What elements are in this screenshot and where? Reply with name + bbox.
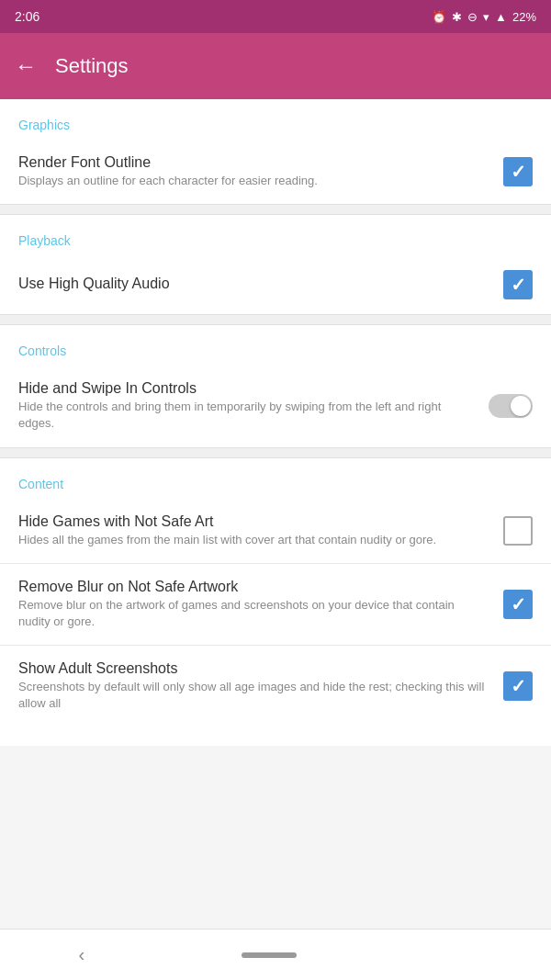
- status-time: 2:06: [15, 9, 39, 24]
- setting-title-hide-swipe: Hide and Swipe In Controls: [18, 380, 474, 397]
- section-header-content: Content: [0, 458, 551, 499]
- divider-3: [0, 447, 551, 458]
- section-playback: Playback Use High Quality Audio: [0, 215, 551, 314]
- wifi-icon: ▾: [483, 10, 489, 24]
- signal-icon: ▲: [495, 10, 507, 24]
- nav-bar: ‹: [0, 929, 551, 980]
- bluetooth-icon: ✱: [452, 10, 462, 24]
- setting-title-render-font-outline: Render Font Outline: [18, 154, 489, 171]
- setting-desc-remove-blur: Remove blur on the artwork of games and …: [18, 597, 489, 630]
- setting-desc-render-font-outline: Displays an outline for each character f…: [18, 173, 489, 189]
- section-header-controls: Controls: [0, 325, 551, 366]
- nav-home-pill[interactable]: [242, 952, 297, 958]
- divider-2: [0, 314, 551, 325]
- checkbox-render-font-outline[interactable]: [503, 157, 533, 186]
- setting-title-hide-games-nsfw: Hide Games with Not Safe Art: [18, 513, 489, 530]
- status-bar: 2:06 ⏰ ✱ ⊖ ▾ ▲ 22%: [0, 0, 551, 33]
- setting-desc-hide-swipe: Hide the controls and bring them in temp…: [18, 399, 474, 432]
- setting-hide-swipe-controls[interactable]: Hide and Swipe In Controls Hide the cont…: [0, 366, 551, 446]
- setting-desc-hide-games-nsfw: Hides all the games from the main list w…: [18, 532, 489, 548]
- back-button[interactable]: ←: [15, 53, 37, 79]
- nav-back-button[interactable]: ‹: [79, 944, 85, 965]
- section-header-graphics: Graphics: [0, 99, 551, 140]
- setting-title-high-quality-audio: Use High Quality Audio: [18, 276, 489, 292]
- checkbox-remove-blur[interactable]: [503, 590, 533, 619]
- setting-desc-adult-screenshots: Screenshots by default will only show al…: [18, 679, 489, 712]
- checkbox-adult-screenshots[interactable]: [503, 671, 533, 701]
- checkbox-high-quality-audio[interactable]: [503, 270, 533, 299]
- settings-content: Graphics Render Font Outline Displays an…: [0, 99, 551, 746]
- section-graphics: Graphics Render Font Outline Displays an…: [0, 99, 551, 204]
- dnd-icon: ⊖: [467, 10, 478, 24]
- setting-render-font-outline[interactable]: Render Font Outline Displays an outline …: [0, 140, 551, 204]
- page-title: Settings: [55, 54, 129, 78]
- setting-title-adult-screenshots: Show Adult Screenshots: [18, 660, 489, 677]
- toggle-hide-swipe[interactable]: [489, 394, 533, 418]
- divider-1: [0, 204, 551, 215]
- setting-hide-games-nsfw[interactable]: Hide Games with Not Safe Art Hides all t…: [0, 499, 551, 564]
- alarm-icon: ⏰: [432, 10, 446, 24]
- setting-title-remove-blur: Remove Blur on Not Safe Artwork: [18, 579, 489, 595]
- section-content: Content Hide Games with Not Safe Art Hid…: [0, 458, 551, 727]
- checkbox-hide-games-nsfw[interactable]: [503, 516, 533, 546]
- setting-remove-blur-nsfw[interactable]: Remove Blur on Not Safe Artwork Remove b…: [0, 564, 551, 646]
- section-controls: Controls Hide and Swipe In Controls Hide…: [0, 325, 551, 446]
- setting-show-adult-screenshots[interactable]: Show Adult Screenshots Screenshots by de…: [0, 646, 551, 727]
- battery-percent: 22%: [512, 10, 536, 24]
- section-header-playback: Playback: [0, 215, 551, 255]
- app-header: ← Settings: [0, 33, 551, 99]
- setting-high-quality-audio[interactable]: Use High Quality Audio: [0, 255, 551, 314]
- status-icons: ⏰ ✱ ⊖ ▾ ▲ 22%: [432, 10, 536, 24]
